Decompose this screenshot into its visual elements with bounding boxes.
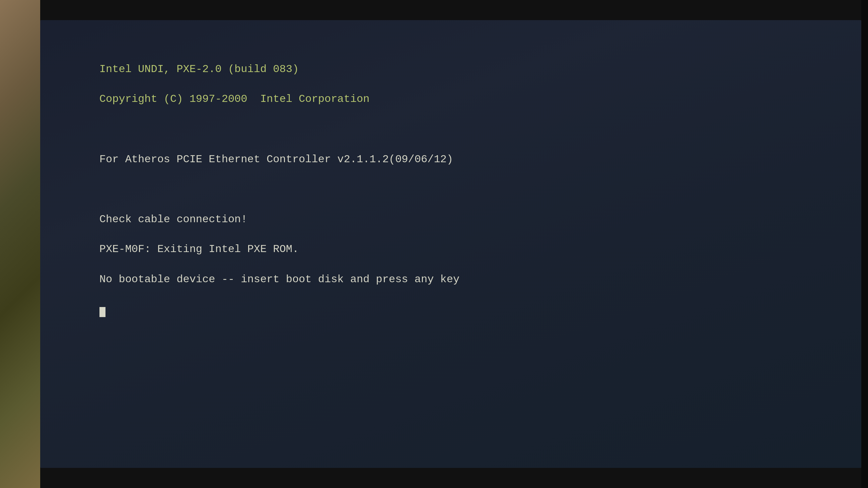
terminal-cursor <box>99 307 105 317</box>
line-no-bootable: No bootable device -- insert boot disk a… <box>99 273 460 286</box>
line-check-cable: Check cable connection! <box>99 213 247 226</box>
bottom-bezel <box>40 468 868 488</box>
terminal-output: Intel UNDI, PXE-2.0 (build 083) Copyrigh… <box>74 47 828 332</box>
line-pxe-header: Intel UNDI, PXE-2.0 (build 083) <box>99 63 299 76</box>
top-bezel <box>40 0 868 20</box>
line-copyright: Copyright (C) 1997-2000 Intel Corporatio… <box>99 93 370 105</box>
line-atheros: For Atheros PCIE Ethernet Controller v2.… <box>99 153 453 166</box>
right-edge <box>861 0 868 488</box>
monitor-screen: Intel UNDI, PXE-2.0 (build 083) Copyrigh… <box>40 20 861 468</box>
left-decorative-strip <box>0 0 40 488</box>
line-pxe-exit: PXE-M0F: Exiting Intel PXE ROM. <box>99 243 299 255</box>
